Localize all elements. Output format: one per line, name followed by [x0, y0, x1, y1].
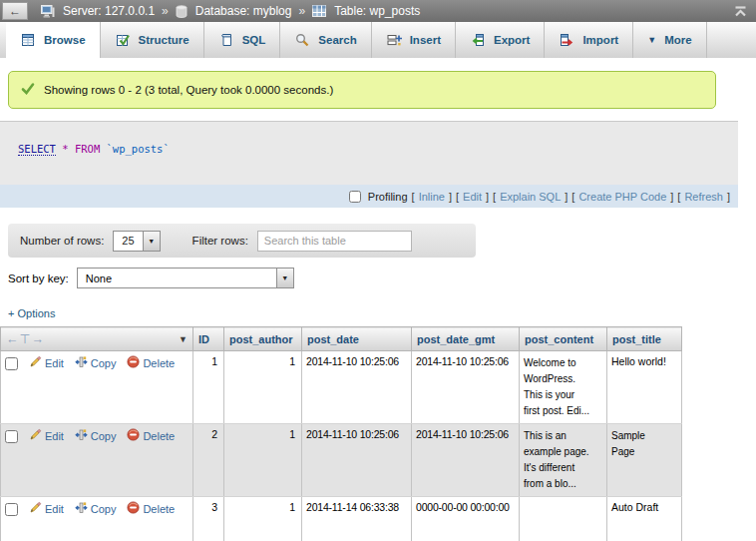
breadcrumb-database-link[interactable]: Database: myblog — [195, 4, 292, 18]
row-actions-cell: Edit Copy Delete — [1, 351, 193, 424]
number-of-rows-select[interactable]: 25 ▼ — [113, 231, 160, 252]
cell-post-title: Auto Draft — [607, 497, 682, 541]
sort-caret-icon[interactable]: ▼ — [179, 334, 188, 344]
cell-post-date-gmt: 2014-11-10 10:25:06 — [412, 351, 520, 424]
collapse-top-panel-icon[interactable] — [733, 5, 748, 18]
sql-keyword-select[interactable]: SELECT — [18, 143, 56, 156]
copy-label: Copy — [91, 503, 117, 515]
select-value: None — [78, 272, 276, 284]
tab-export[interactable]: Export — [456, 22, 545, 58]
sort-by-key-select[interactable]: None ▼ — [77, 268, 294, 288]
results-table: ←⊤→ ▼ ID post_author post_date post_date… — [0, 326, 682, 541]
sql-query-box: SELECT * FROM `wp_posts` Profiling [ Inl… — [0, 121, 738, 208]
inline-link[interactable]: Inline — [419, 191, 445, 203]
tab-label: Search — [318, 34, 356, 46]
query-toolbar: Profiling [ Inline ] [ Edit ] [ Explain … — [0, 185, 738, 208]
options-toggle-link[interactable]: + Options — [8, 307, 55, 319]
tab-structure[interactable]: Structure — [101, 22, 204, 58]
tab-search[interactable]: Search — [280, 22, 371, 58]
table-row: Edit Copy Delete 1 1 2014-11-10 10:25:06… — [1, 351, 682, 424]
sql-keyword-from: FROM — [75, 143, 100, 155]
sql-query-text: SELECT * FROM `wp_posts` — [0, 122, 738, 185]
create-php-code-link[interactable]: Create PHP Code — [578, 191, 666, 203]
tab-sql[interactable]: SQL — [204, 22, 281, 58]
sql-star: * — [62, 143, 68, 155]
delete-link[interactable]: Delete — [127, 428, 175, 443]
tab-more[interactable]: ▼ More — [633, 22, 706, 58]
tab-label: Import — [582, 34, 618, 46]
copy-link[interactable]: Copy — [75, 501, 117, 516]
delete-minus-icon — [127, 428, 140, 443]
back-button[interactable]: ← — [2, 2, 28, 20]
refresh-link[interactable]: Refresh — [684, 191, 723, 203]
delete-label: Delete — [143, 503, 175, 515]
pencil-icon — [29, 355, 42, 370]
import-icon — [559, 32, 574, 48]
profiling-checkbox[interactable] — [349, 191, 361, 203]
tab-label: More — [664, 34, 691, 46]
column-header-post-date[interactable]: post_date — [302, 327, 412, 351]
breadcrumb-separator: » — [162, 4, 169, 18]
structure-icon — [115, 32, 131, 48]
cell-post-content: This is an example page. It's different … — [520, 424, 607, 497]
breadcrumb-separator: » — [298, 4, 305, 18]
breadcrumb-server-link[interactable]: Server: 127.0.0.1 — [63, 4, 155, 18]
select-arrow-icon: ▼ — [276, 269, 293, 287]
cell-post-date: 2014-11-10 10:25:06 — [302, 424, 412, 497]
export-icon — [470, 32, 486, 48]
edit-link[interactable]: Edit — [29, 501, 64, 516]
copy-link[interactable]: Copy — [75, 428, 117, 443]
table-icon — [312, 5, 326, 17]
tab-label: SQL — [242, 34, 266, 46]
row-checkbox[interactable] — [5, 503, 18, 516]
cell-post-date: 2014-11-14 06:33:38 — [302, 497, 412, 541]
bracket: [ — [571, 191, 574, 203]
column-header-post-content[interactable]: post_content — [520, 327, 607, 351]
tab-insert[interactable]: Insert — [372, 22, 456, 58]
delete-link[interactable]: Delete — [127, 355, 175, 370]
column-header-id[interactable]: ID — [193, 327, 224, 351]
browse-table-icon — [20, 32, 36, 48]
transpose-arrows-icon[interactable]: ←⊤→ — [6, 331, 45, 346]
success-message: Showing rows 0 - 2 (3 total, Query took … — [44, 84, 333, 96]
select-value: 25 — [114, 235, 142, 247]
bracket: ] — [449, 191, 452, 203]
table-header-row: ←⊤→ ▼ ID post_author post_date post_date… — [1, 327, 682, 351]
cell-post-author: 1 — [224, 424, 302, 497]
edit-label: Edit — [45, 430, 64, 442]
cell-post-title: Sample Page — [607, 424, 682, 497]
cell-id: 3 — [193, 497, 224, 541]
table-row: Edit Copy Delete 3 1 2014-11-14 06:33:38… — [1, 497, 682, 541]
breadcrumb-bar: ← Server: 127.0.0.1 » Database: myblog »… — [0, 0, 756, 22]
select-arrow-icon: ▼ — [143, 232, 160, 251]
profiling-label: Profiling — [368, 191, 408, 203]
bracket: ] — [565, 191, 567, 203]
column-header-post-author[interactable]: post_author — [224, 327, 302, 351]
pencil-icon — [29, 428, 42, 443]
column-header-post-date-gmt[interactable]: post_date_gmt — [412, 327, 520, 351]
tab-import[interactable]: Import — [545, 22, 633, 58]
explain-sql-link[interactable]: Explain SQL — [500, 191, 561, 203]
row-checkbox[interactable] — [5, 357, 18, 370]
edit-sql-link[interactable]: Edit — [463, 191, 482, 203]
cell-post-date-gmt: 2014-11-10 10:25:06 — [412, 424, 520, 497]
edit-link[interactable]: Edit — [29, 428, 64, 443]
edit-link[interactable]: Edit — [29, 355, 64, 370]
delete-label: Delete — [143, 430, 175, 442]
tab-label: Export — [494, 34, 530, 46]
copy-label: Copy — [91, 357, 117, 369]
sort-row: Sort by key: None ▼ — [8, 268, 756, 288]
copy-link[interactable]: Copy — [75, 355, 117, 370]
breadcrumb-table-link[interactable]: Table: wp_posts — [334, 4, 420, 18]
success-check-icon — [21, 82, 35, 98]
copy-icon — [75, 355, 88, 370]
copy-icon — [75, 428, 88, 443]
delete-link[interactable]: Delete — [127, 501, 175, 516]
filter-rows-input[interactable] — [257, 231, 412, 252]
rows-controls-bar: Number of rows: 25 ▼ Filter rows: — [8, 224, 476, 258]
column-header-post-title[interactable]: post_title — [607, 327, 682, 351]
cell-post-date-gmt: 0000-00-00 00:00:00 — [412, 497, 520, 541]
tab-browse[interactable]: Browse — [6, 22, 101, 58]
row-checkbox[interactable] — [5, 430, 18, 443]
table-row: Edit Copy Delete 2 1 2014-11-10 10:25:06… — [1, 424, 682, 497]
